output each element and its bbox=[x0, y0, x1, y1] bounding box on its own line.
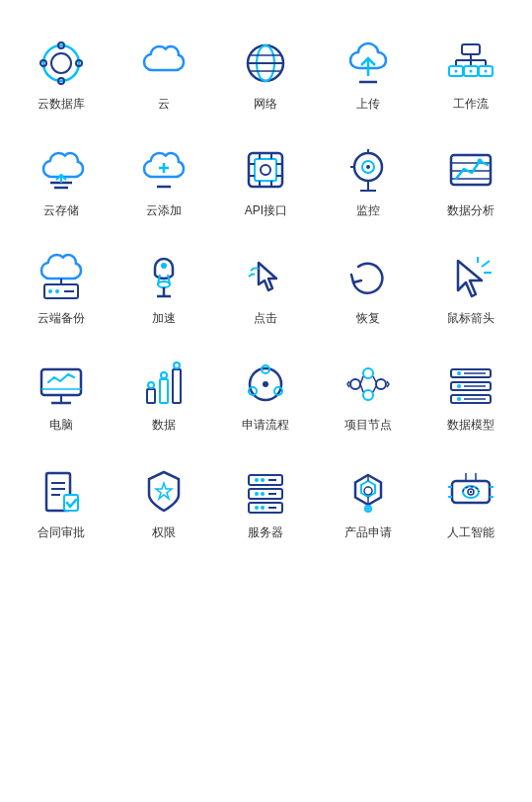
icon-item-cursor[interactable]: 鼠标箭头 bbox=[419, 234, 522, 341]
cloud-backup-label: 云端备份 bbox=[38, 311, 85, 325]
icon-item-data-analysis[interactable]: 数据分析 bbox=[419, 126, 522, 233]
icon-item-network[interactable]: 网络 bbox=[215, 20, 318, 126]
icon-item-restore[interactable]: 恢复 bbox=[317, 234, 419, 341]
svg-rect-72 bbox=[160, 379, 168, 403]
project-node-icon bbox=[342, 359, 394, 410]
svg-point-1 bbox=[51, 53, 71, 73]
monitor-icon bbox=[342, 144, 394, 196]
data-analysis-label: 数据分析 bbox=[447, 203, 494, 217]
svg-point-115 bbox=[261, 506, 265, 510]
cloud-add-icon bbox=[138, 144, 190, 196]
cursor-label: 鼠标箭头 bbox=[447, 311, 494, 325]
data-label: 数据 bbox=[152, 418, 176, 432]
cloud-label: 云 bbox=[158, 97, 170, 111]
icon-item-upload[interactable]: 上传 bbox=[317, 20, 419, 126]
svg-point-108 bbox=[255, 478, 259, 482]
icon-item-api[interactable]: API接口 bbox=[215, 126, 318, 233]
icon-item-project-node[interactable]: 项目节点 bbox=[317, 341, 419, 447]
svg-rect-105 bbox=[249, 475, 282, 485]
icon-item-click[interactable]: 点击 bbox=[215, 234, 318, 341]
process-icon bbox=[240, 359, 291, 410]
cloud-backup-icon bbox=[36, 252, 87, 303]
icon-item-process[interactable]: 申请流程 bbox=[215, 341, 318, 447]
computer-label: 电脑 bbox=[49, 418, 73, 432]
svg-point-53 bbox=[478, 159, 483, 164]
cursor-icon bbox=[445, 252, 496, 303]
permission-icon bbox=[138, 466, 190, 518]
click-icon bbox=[240, 252, 291, 303]
icon-item-workflow[interactable]: 工作流 bbox=[419, 20, 522, 126]
svg-point-85 bbox=[376, 379, 386, 389]
svg-line-89 bbox=[373, 386, 376, 392]
server-icon bbox=[240, 466, 291, 518]
cloud-db-icon bbox=[36, 38, 87, 89]
icon-item-server[interactable]: 服务器 bbox=[215, 448, 318, 555]
svg-point-111 bbox=[255, 492, 259, 496]
api-label: API接口 bbox=[245, 203, 287, 217]
restore-icon bbox=[342, 252, 394, 303]
icon-item-ai[interactable]: 人工智能 bbox=[419, 448, 522, 555]
icon-item-monitor[interactable]: 监控 bbox=[317, 126, 419, 233]
icon-item-data-model[interactable]: 数据模型 bbox=[419, 341, 522, 447]
icon-grid: 云数据库 云 网络 bbox=[10, 20, 522, 555]
accelerate-icon bbox=[138, 252, 190, 303]
svg-point-83 bbox=[363, 368, 373, 378]
svg-point-112 bbox=[261, 492, 265, 496]
svg-point-84 bbox=[363, 390, 373, 400]
project-node-label: 项目节点 bbox=[344, 418, 392, 432]
upload-icon bbox=[342, 38, 394, 89]
svg-point-0 bbox=[43, 45, 79, 81]
cloud-storage-label: 云存储 bbox=[43, 203, 79, 217]
icon-item-contract[interactable]: 合同审批 bbox=[10, 448, 113, 555]
icon-item-computer[interactable]: 电脑 bbox=[10, 341, 113, 447]
icon-item-cloud-backup[interactable]: 云端备份 bbox=[10, 234, 113, 341]
svg-point-24 bbox=[485, 70, 488, 73]
icon-item-permission[interactable]: 权限 bbox=[113, 448, 215, 555]
svg-point-130 bbox=[470, 490, 472, 492]
svg-rect-71 bbox=[147, 389, 155, 403]
svg-point-82 bbox=[350, 379, 360, 389]
svg-rect-73 bbox=[173, 369, 181, 403]
ai-label: 人工智能 bbox=[447, 525, 494, 539]
svg-point-81 bbox=[263, 381, 268, 387]
icon-item-cloud-storage[interactable]: 云存储 bbox=[10, 126, 113, 233]
computer-icon bbox=[36, 359, 87, 410]
svg-rect-32 bbox=[255, 159, 276, 181]
svg-rect-49 bbox=[451, 155, 491, 185]
svg-marker-104 bbox=[156, 483, 172, 499]
svg-line-87 bbox=[360, 384, 363, 392]
svg-point-59 bbox=[158, 281, 170, 287]
icon-item-data[interactable]: 数据 bbox=[113, 341, 215, 447]
data-icon bbox=[138, 359, 190, 410]
cloud-icon bbox=[138, 38, 190, 89]
svg-point-56 bbox=[55, 289, 59, 293]
svg-point-74 bbox=[148, 382, 154, 388]
ai-icon bbox=[445, 466, 496, 518]
contract-icon bbox=[36, 466, 87, 518]
product-apply-icon bbox=[342, 466, 394, 518]
network-icon bbox=[240, 38, 291, 89]
svg-point-22 bbox=[455, 70, 458, 73]
icon-item-cloud-add[interactable]: 云添加 bbox=[113, 126, 215, 233]
process-label: 申请流程 bbox=[242, 418, 289, 432]
svg-point-114 bbox=[255, 506, 259, 510]
icon-item-accelerate[interactable]: 加速 bbox=[113, 234, 215, 341]
svg-point-117 bbox=[364, 487, 372, 495]
workflow-label: 工作流 bbox=[453, 97, 489, 111]
workflow-icon bbox=[445, 38, 496, 89]
permission-label: 权限 bbox=[152, 525, 176, 539]
svg-rect-107 bbox=[249, 503, 282, 513]
svg-point-75 bbox=[161, 372, 167, 378]
contract-label: 合同审批 bbox=[38, 525, 85, 539]
icon-item-cloud[interactable]: 云 bbox=[113, 20, 215, 126]
click-label: 点击 bbox=[254, 311, 277, 325]
svg-point-23 bbox=[470, 70, 473, 73]
upload-label: 上传 bbox=[356, 97, 380, 111]
icon-item-product-apply[interactable]: 产品申请 bbox=[317, 448, 419, 555]
svg-rect-106 bbox=[249, 489, 282, 499]
cloud-storage-icon bbox=[36, 144, 87, 196]
icon-item-cloud-db[interactable]: 云数据库 bbox=[10, 20, 113, 126]
svg-marker-63 bbox=[458, 261, 482, 296]
api-icon bbox=[240, 144, 291, 196]
svg-point-76 bbox=[174, 362, 180, 368]
